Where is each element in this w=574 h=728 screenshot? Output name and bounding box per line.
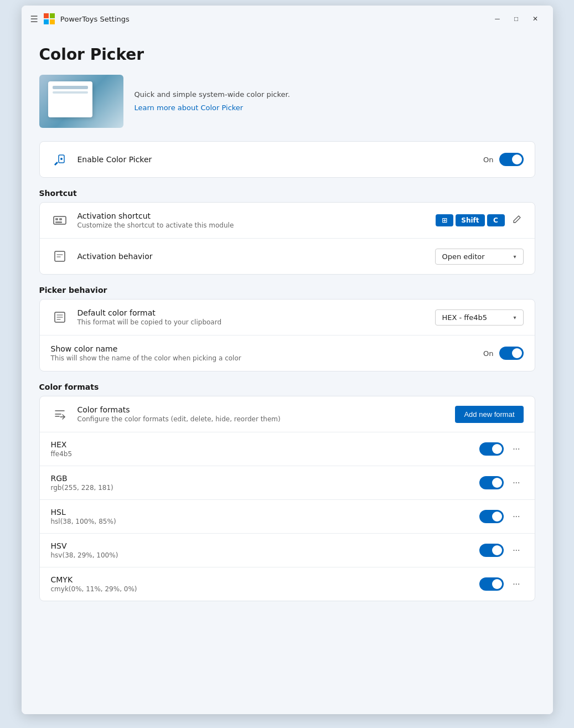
show-color-status: On [483, 349, 493, 358]
picker-behavior-card: Default color format This format will be… [39, 299, 535, 371]
activation-shortcut-label: Activation shortcut [77, 211, 427, 220]
activation-shortcut-row: Activation shortcut Customize the shortc… [40, 203, 535, 238]
shortcut-icon [51, 211, 69, 229]
enable-icon [51, 151, 69, 168]
color-formats-icon [51, 405, 69, 423]
enable-section-card: Enable Color Picker On [39, 141, 535, 178]
key-win: ⊞ [436, 214, 453, 226]
activation-shortcut-desc: Customize the shortcut to activate this … [77, 221, 427, 229]
shortcut-keys-right: ⊞ Shift C [436, 213, 523, 228]
color-formats-heading: Color formats [39, 383, 535, 391]
main-window: ☰ PowerToys Settings ─ □ ✕ Color Picker … [22, 6, 553, 714]
svg-rect-7 [55, 218, 58, 220]
show-color-name-label: Show color name [51, 344, 475, 353]
hsl-format-name: HSL [51, 508, 471, 517]
hero-image-inner [48, 81, 92, 117]
list-item: RGB rgb(255, 228, 181) ··· [40, 466, 535, 499]
hex-format-value: ffe4b5 [51, 450, 471, 458]
cmyk-format-name: CMYK [51, 575, 471, 584]
rgb-format-value: rgb(255, 228, 181) [51, 484, 471, 492]
main-content: Color Picker Quick and simple system-wid… [22, 32, 553, 714]
hsl-format-right: ··· [479, 509, 523, 524]
hero-text: Quick and simple system-wide color picke… [135, 90, 535, 112]
hsv-format-right: ··· [479, 543, 523, 557]
color-formats-card: Color formats Configure the color format… [39, 396, 535, 601]
hsv-format-value: hsv(38, 29%, 100%) [51, 551, 471, 559]
list-item: HSV hsv(38, 29%, 100%) ··· [40, 534, 535, 567]
format-icon [51, 308, 69, 326]
hero-learn-more-link[interactable]: Learn more about Color Picker [135, 104, 244, 112]
window-controls: ─ □ ✕ [489, 11, 544, 27]
activation-behavior-dropdown[interactable]: Open editor ▾ [435, 249, 524, 265]
show-color-name-content: Show color name This will show the name … [51, 344, 475, 362]
enable-toggle[interactable] [499, 153, 524, 166]
hsv-more-button[interactable]: ··· [509, 543, 523, 557]
svg-rect-10 [55, 251, 65, 261]
hsl-more-button[interactable]: ··· [509, 509, 523, 524]
svg-rect-3 [50, 19, 55, 24]
svg-rect-9 [55, 221, 62, 223]
rgb-toggle[interactable] [479, 476, 504, 489]
show-color-name-desc: This will show the name of the color whe… [51, 354, 475, 362]
color-formats-label: Color formats [77, 405, 447, 414]
shortcut-heading: Shortcut [39, 189, 535, 198]
cmyk-format-right: ··· [479, 577, 523, 591]
default-format-desc: This format will be copied to your clipb… [77, 318, 426, 326]
enable-toggle-row: Enable Color Picker On [40, 142, 535, 177]
hex-more-button[interactable]: ··· [509, 442, 523, 456]
titlebar: ☰ PowerToys Settings ─ □ ✕ [22, 6, 553, 32]
rgb-format-right: ··· [479, 476, 523, 490]
shortcut-keys: ⊞ Shift C [436, 214, 504, 226]
hsv-format-name: HSV [51, 541, 471, 550]
activation-shortcut-content: Activation shortcut Customize the shortc… [77, 211, 427, 229]
svg-rect-2 [44, 19, 49, 24]
hex-format-content: HEX ffe4b5 [51, 440, 471, 458]
behavior-icon [51, 247, 69, 265]
hero-description: Quick and simple system-wide color picke… [135, 90, 535, 99]
show-color-toggle[interactable] [499, 347, 524, 360]
hamburger-menu-icon[interactable]: ☰ [30, 14, 38, 24]
edit-shortcut-button[interactable] [510, 213, 524, 228]
activation-behavior-value: Open editor [442, 252, 485, 261]
chevron-down-icon: ▾ [513, 254, 516, 260]
close-button[interactable]: ✕ [526, 11, 544, 27]
cmyk-format-content: CMYK cmyk(0%, 11%, 29%, 0%) [51, 575, 471, 593]
hsv-format-content: HSV hsv(38, 29%, 100%) [51, 541, 471, 559]
color-formats-header-content: Color formats Configure the color format… [77, 405, 447, 423]
svg-point-5 [60, 158, 63, 160]
maximize-button[interactable]: □ [508, 11, 525, 27]
hsl-toggle[interactable] [479, 510, 504, 523]
svg-rect-0 [44, 13, 49, 18]
cmyk-toggle[interactable] [479, 577, 504, 591]
behavior-dropdown-right: Open editor ▾ [435, 249, 524, 265]
list-item: HEX ffe4b5 ··· [40, 432, 535, 466]
default-format-value: HEX - ffe4b5 [442, 313, 488, 322]
hero-image [39, 75, 123, 128]
enable-label: Enable Color Picker [77, 155, 475, 164]
default-format-row: Default color format This format will be… [40, 300, 535, 335]
hsl-format-content: HSL hsl(38, 100%, 85%) [51, 508, 471, 525]
hsl-format-value: hsl(38, 100%, 85%) [51, 518, 471, 525]
default-format-label: Default color format [77, 308, 426, 317]
page-title: Color Picker [39, 45, 535, 64]
enable-toggle-right: On [483, 153, 523, 166]
add-format-button[interactable]: Add new format [455, 406, 523, 423]
rgb-more-button[interactable]: ··· [509, 476, 523, 490]
hex-toggle[interactable] [479, 442, 504, 456]
shortcut-card: Activation shortcut Customize the shortc… [39, 202, 535, 275]
picker-behavior-heading: Picker behavior [39, 286, 535, 295]
format-chevron-icon: ▾ [513, 314, 516, 321]
cmyk-more-button[interactable]: ··· [509, 577, 523, 591]
hsv-toggle[interactable] [479, 544, 504, 557]
activation-behavior-label: Activation behavior [77, 252, 426, 261]
default-format-content: Default color format This format will be… [77, 308, 426, 326]
cmyk-format-value: cmyk(0%, 11%, 29%, 0%) [51, 585, 471, 593]
titlebar-title: PowerToys Settings [60, 15, 483, 23]
default-format-dropdown[interactable]: HEX - ffe4b5 ▾ [435, 309, 524, 326]
svg-rect-1 [50, 13, 55, 18]
hero-card: Quick and simple system-wide color picke… [39, 75, 535, 128]
minimize-button[interactable]: ─ [489, 11, 506, 27]
windows-logo-icon [44, 13, 55, 24]
list-item: HSL hsl(38, 100%, 85%) ··· [40, 500, 535, 533]
svg-rect-8 [59, 218, 62, 220]
